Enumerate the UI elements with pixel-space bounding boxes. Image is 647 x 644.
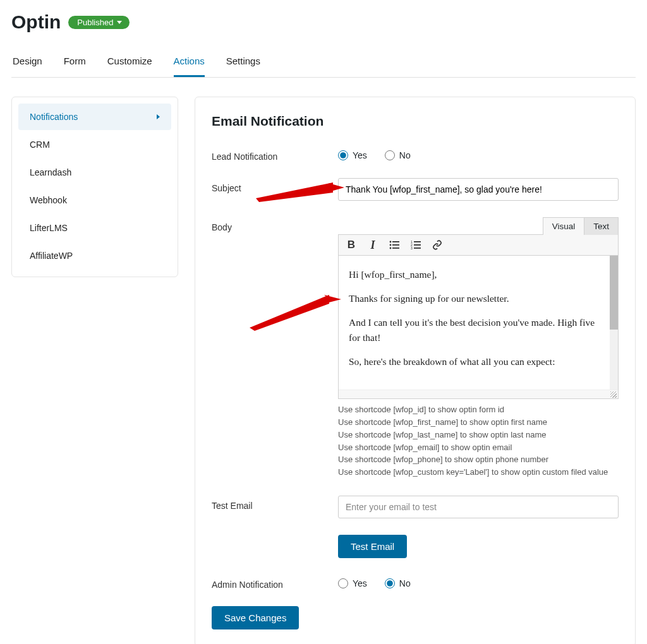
tab-design[interactable]: Design bbox=[13, 49, 42, 77]
test-email-input[interactable] bbox=[338, 496, 619, 518]
annotation-arrow-icon bbox=[250, 293, 341, 331]
bold-icon[interactable]: B bbox=[345, 239, 358, 251]
main-tabs: Design Form Customize Actions Settings bbox=[11, 49, 636, 78]
editor-tab-text[interactable]: Text bbox=[584, 217, 619, 235]
numbered-list-icon[interactable]: 123 bbox=[409, 239, 422, 251]
sidebar-item-notifications[interactable]: Notifications bbox=[18, 104, 171, 130]
svg-rect-7 bbox=[392, 247, 399, 249]
email-notification-panel: Email Notification Lead Notification Yes… bbox=[195, 97, 636, 644]
sidebar-item-learndash[interactable]: Learndash bbox=[18, 159, 171, 186]
body-editor: B I 123 Hi [wfop_first_name], bbox=[338, 234, 619, 399]
sidebar-item-webhook[interactable]: Webhook bbox=[18, 187, 171, 213]
admin-yes-radio[interactable] bbox=[338, 578, 348, 588]
svg-rect-5 bbox=[392, 244, 399, 246]
scrollbar-thumb[interactable] bbox=[610, 256, 618, 330]
editor-tab-visual[interactable]: Visual bbox=[543, 217, 585, 235]
tab-settings[interactable]: Settings bbox=[226, 49, 260, 77]
page-title: Optin bbox=[11, 11, 61, 33]
lead-notification-no[interactable]: No bbox=[385, 150, 411, 160]
resize-handle-icon[interactable] bbox=[610, 391, 617, 398]
svg-point-6 bbox=[390, 247, 392, 249]
shortcode-hints: Use shortcode [wfop_id] to show optin fo… bbox=[338, 404, 619, 479]
italic-icon[interactable]: I bbox=[366, 239, 379, 251]
tab-form[interactable]: Form bbox=[64, 49, 86, 77]
status-badge[interactable]: Published bbox=[68, 16, 130, 29]
admin-notification-yes[interactable]: Yes bbox=[338, 578, 367, 588]
sidebar-item-label: LifterLMS bbox=[30, 223, 68, 233]
test-email-button[interactable]: Test Email bbox=[338, 535, 407, 558]
lead-notification-label: Lead Notification bbox=[212, 146, 338, 162]
admin-notification-label: Admin Notification bbox=[212, 575, 338, 590]
body-label: Body bbox=[212, 217, 338, 232]
sidebar-item-label: AffiliateWP bbox=[30, 251, 73, 261]
lead-yes-radio[interactable] bbox=[338, 150, 348, 160]
admin-no-radio[interactable] bbox=[385, 578, 395, 588]
sidebar-item-crm[interactable]: CRM bbox=[18, 131, 171, 158]
svg-rect-3 bbox=[392, 241, 399, 242]
save-changes-button[interactable]: Save Changes bbox=[212, 606, 299, 629]
actions-sidebar: Notifications CRM Learndash Webhook Lift… bbox=[11, 97, 178, 277]
chevron-down-icon bbox=[117, 21, 122, 24]
sidebar-item-label: Webhook bbox=[30, 195, 67, 205]
svg-rect-11 bbox=[414, 244, 421, 246]
sidebar-item-label: Notifications bbox=[30, 112, 78, 122]
svg-point-4 bbox=[390, 244, 392, 246]
sidebar-item-affiliatewp[interactable]: AffiliateWP bbox=[18, 242, 171, 269]
svg-text:3: 3 bbox=[411, 246, 413, 249]
svg-rect-13 bbox=[414, 247, 421, 249]
sidebar-item-label: Learndash bbox=[30, 167, 71, 177]
bullet-list-icon[interactable] bbox=[388, 239, 401, 251]
subject-label: Subject bbox=[212, 178, 338, 193]
svg-point-2 bbox=[390, 241, 392, 243]
svg-marker-15 bbox=[250, 295, 329, 331]
admin-notification-no[interactable]: No bbox=[385, 578, 411, 588]
lead-notification-yes[interactable]: Yes bbox=[338, 150, 367, 160]
lead-no-radio[interactable] bbox=[385, 150, 395, 160]
test-email-label: Test Email bbox=[212, 496, 338, 511]
tab-actions[interactable]: Actions bbox=[174, 49, 205, 77]
sidebar-item-label: CRM bbox=[30, 140, 50, 150]
chevron-right-icon bbox=[157, 114, 160, 119]
editor-toolbar: B I 123 bbox=[339, 235, 618, 256]
status-badge-text: Published bbox=[77, 18, 113, 27]
subject-input[interactable] bbox=[338, 178, 619, 201]
svg-rect-9 bbox=[414, 241, 421, 242]
sidebar-item-lifterlms[interactable]: LifterLMS bbox=[18, 215, 171, 241]
tab-customize[interactable]: Customize bbox=[107, 49, 152, 77]
link-icon[interactable] bbox=[431, 239, 444, 251]
section-title: Email Notification bbox=[212, 114, 619, 129]
editor-content[interactable]: Hi [wfop_first_name], Thanks for signing… bbox=[339, 256, 618, 390]
